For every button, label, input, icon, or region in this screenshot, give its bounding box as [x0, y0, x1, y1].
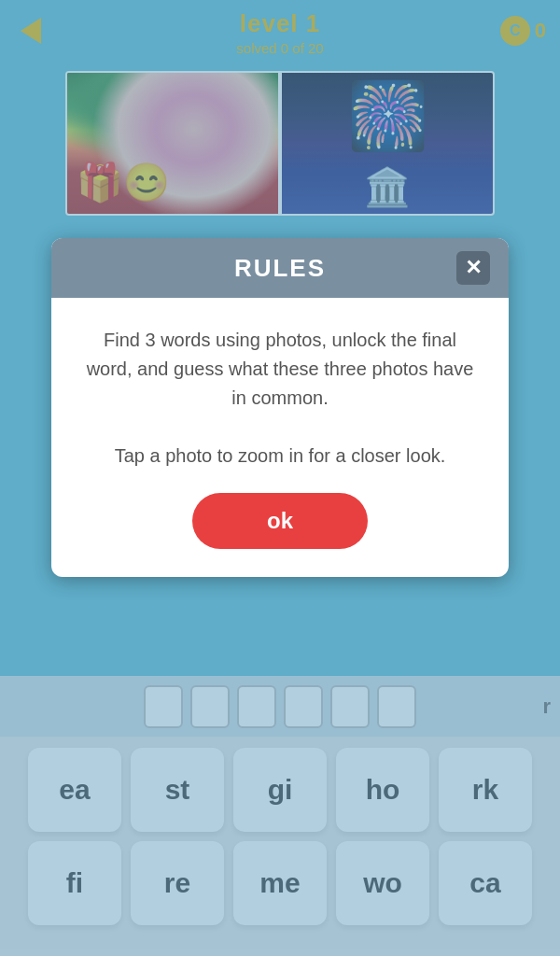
modal-close-button[interactable]: ✕	[456, 251, 490, 285]
modal-title: RULES	[104, 254, 456, 283]
modal-description: Find 3 words using photos, unlock the fi…	[84, 326, 476, 471]
close-icon: ✕	[465, 258, 482, 278]
modal-overlay: RULES ✕ Find 3 words using photos, unloc…	[0, 0, 560, 956]
modal-header: RULES ✕	[51, 238, 509, 298]
modal-body: Find 3 words using photos, unlock the fi…	[51, 298, 509, 577]
ok-button[interactable]: ok	[192, 493, 368, 549]
rules-modal: RULES ✕ Find 3 words using photos, unloc…	[51, 238, 509, 577]
